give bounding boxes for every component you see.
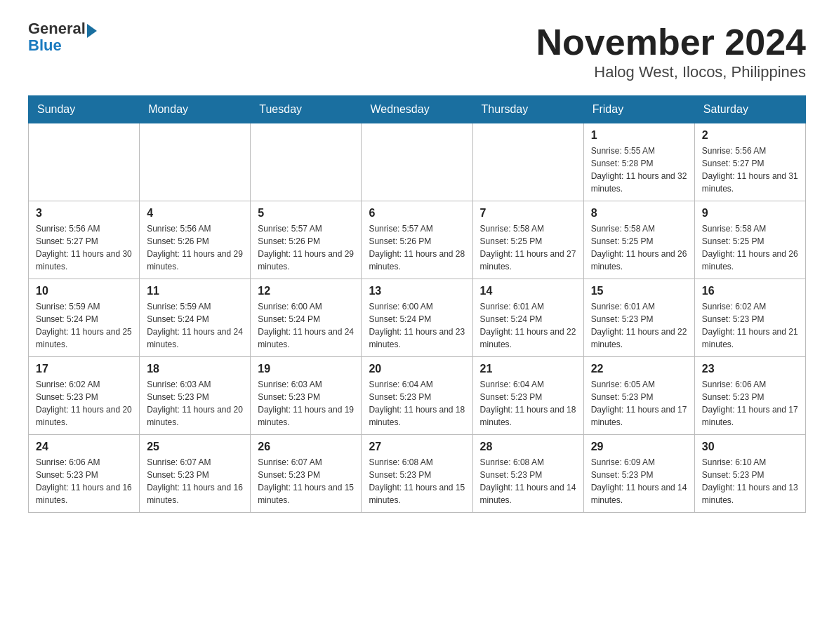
- calendar-cell: 8Sunrise: 5:58 AM Sunset: 5:25 PM Daylig…: [583, 201, 694, 279]
- day-info: Sunrise: 5:59 AM Sunset: 5:24 PM Dayligh…: [147, 300, 243, 351]
- day-number: 5: [258, 207, 354, 220]
- day-info: Sunrise: 6:01 AM Sunset: 5:23 PM Dayligh…: [591, 300, 687, 351]
- day-info: Sunrise: 5:57 AM Sunset: 5:26 PM Dayligh…: [369, 222, 465, 273]
- day-info: Sunrise: 6:03 AM Sunset: 5:23 PM Dayligh…: [258, 378, 354, 429]
- day-info: Sunrise: 6:07 AM Sunset: 5:23 PM Dayligh…: [258, 456, 354, 507]
- calendar-week-row: 1Sunrise: 5:55 AM Sunset: 5:28 PM Daylig…: [29, 123, 806, 201]
- calendar-header-row: SundayMondayTuesdayWednesdayThursdayFrid…: [29, 96, 806, 123]
- calendar-cell: 1Sunrise: 5:55 AM Sunset: 5:28 PM Daylig…: [583, 123, 694, 201]
- day-number: 11: [147, 285, 243, 297]
- logo-general-text: General: [28, 20, 86, 37]
- calendar-cell: 10Sunrise: 5:59 AM Sunset: 5:24 PM Dayli…: [29, 279, 140, 357]
- day-number: 22: [591, 363, 687, 375]
- day-info: Sunrise: 6:08 AM Sunset: 5:23 PM Dayligh…: [369, 456, 465, 507]
- calendar-table: SundayMondayTuesdayWednesdayThursdayFrid…: [28, 95, 806, 513]
- weekday-header-friday: Friday: [583, 96, 694, 123]
- calendar-cell: 20Sunrise: 6:04 AM Sunset: 5:23 PM Dayli…: [362, 357, 472, 435]
- calendar-cell: 26Sunrise: 6:07 AM Sunset: 5:23 PM Dayli…: [251, 435, 362, 513]
- calendar-cell: 6Sunrise: 5:57 AM Sunset: 5:26 PM Daylig…: [362, 201, 472, 279]
- calendar-cell: 30Sunrise: 6:10 AM Sunset: 5:23 PM Dayli…: [694, 435, 805, 513]
- calendar-cell: 22Sunrise: 6:05 AM Sunset: 5:23 PM Dayli…: [583, 357, 694, 435]
- calendar-cell: 14Sunrise: 6:01 AM Sunset: 5:24 PM Dayli…: [472, 279, 583, 357]
- calendar-cell: 27Sunrise: 6:08 AM Sunset: 5:23 PM Dayli…: [362, 435, 472, 513]
- day-number: 7: [480, 207, 576, 220]
- day-number: 1: [591, 129, 687, 142]
- day-number: 9: [702, 207, 798, 220]
- day-info: Sunrise: 6:00 AM Sunset: 5:24 PM Dayligh…: [258, 300, 354, 351]
- day-number: 16: [702, 285, 798, 297]
- weekday-header-wednesday: Wednesday: [362, 96, 472, 123]
- day-number: 12: [258, 285, 354, 297]
- calendar-cell: 13Sunrise: 6:00 AM Sunset: 5:24 PM Dayli…: [362, 279, 472, 357]
- day-info: Sunrise: 6:06 AM Sunset: 5:23 PM Dayligh…: [36, 456, 132, 507]
- logo-blue-text: Blue: [28, 36, 62, 54]
- day-info: Sunrise: 5:56 AM Sunset: 5:27 PM Dayligh…: [702, 145, 798, 195]
- day-number: 19: [258, 363, 354, 375]
- day-number: 24: [36, 441, 132, 453]
- weekday-header-sunday: Sunday: [29, 96, 140, 123]
- day-number: 6: [369, 207, 465, 220]
- day-info: Sunrise: 6:02 AM Sunset: 5:23 PM Dayligh…: [36, 378, 132, 429]
- calendar-cell: 12Sunrise: 6:00 AM Sunset: 5:24 PM Dayli…: [251, 279, 362, 357]
- calendar-cell: 5Sunrise: 5:57 AM Sunset: 5:26 PM Daylig…: [251, 201, 362, 279]
- calendar-cell: 28Sunrise: 6:08 AM Sunset: 5:23 PM Dayli…: [472, 435, 583, 513]
- calendar-cell: 15Sunrise: 6:01 AM Sunset: 5:23 PM Dayli…: [583, 279, 694, 357]
- calendar-cell: 16Sunrise: 6:02 AM Sunset: 5:23 PM Dayli…: [694, 279, 805, 357]
- calendar-week-row: 10Sunrise: 5:59 AM Sunset: 5:24 PM Dayli…: [29, 279, 806, 357]
- day-info: Sunrise: 6:08 AM Sunset: 5:23 PM Dayligh…: [480, 456, 576, 507]
- logo: General Blue: [28, 21, 97, 53]
- day-number: 18: [147, 363, 243, 375]
- day-info: Sunrise: 5:55 AM Sunset: 5:28 PM Dayligh…: [591, 145, 687, 195]
- day-number: 10: [36, 285, 132, 297]
- day-number: 25: [147, 441, 243, 453]
- day-info: Sunrise: 5:59 AM Sunset: 5:24 PM Dayligh…: [36, 300, 132, 351]
- weekday-header-saturday: Saturday: [694, 96, 805, 123]
- day-info: Sunrise: 6:01 AM Sunset: 5:24 PM Dayligh…: [480, 300, 576, 351]
- calendar-cell: 11Sunrise: 5:59 AM Sunset: 5:24 PM Dayli…: [140, 279, 251, 357]
- calendar-cell: 9Sunrise: 5:58 AM Sunset: 5:25 PM Daylig…: [694, 201, 805, 279]
- page-title: November 2024: [536, 21, 806, 63]
- day-number: 2: [702, 129, 798, 142]
- day-info: Sunrise: 5:58 AM Sunset: 5:25 PM Dayligh…: [702, 222, 798, 273]
- weekday-header-tuesday: Tuesday: [251, 96, 362, 123]
- title-block: November 2024 Halog West, Ilocos, Philip…: [536, 21, 806, 81]
- calendar-cell: 3Sunrise: 5:56 AM Sunset: 5:27 PM Daylig…: [29, 201, 140, 279]
- day-number: 27: [369, 441, 465, 453]
- calendar-cell: [140, 123, 251, 201]
- day-number: 3: [36, 207, 132, 220]
- calendar-cell: 17Sunrise: 6:02 AM Sunset: 5:23 PM Dayli…: [29, 357, 140, 435]
- day-number: 29: [591, 441, 687, 453]
- day-info: Sunrise: 5:58 AM Sunset: 5:25 PM Dayligh…: [591, 222, 687, 273]
- day-info: Sunrise: 5:58 AM Sunset: 5:25 PM Dayligh…: [480, 222, 576, 273]
- day-info: Sunrise: 6:02 AM Sunset: 5:23 PM Dayligh…: [702, 300, 798, 351]
- logo-arrow-icon: [87, 24, 97, 38]
- calendar-cell: 2Sunrise: 5:56 AM Sunset: 5:27 PM Daylig…: [694, 123, 805, 201]
- day-info: Sunrise: 6:05 AM Sunset: 5:23 PM Dayligh…: [591, 378, 687, 429]
- day-info: Sunrise: 6:04 AM Sunset: 5:23 PM Dayligh…: [369, 378, 465, 429]
- day-number: 21: [480, 363, 576, 375]
- day-number: 23: [702, 363, 798, 375]
- day-number: 4: [147, 207, 243, 220]
- page-header: General Blue November 2024 Halog West, I…: [28, 21, 806, 81]
- calendar-cell: 25Sunrise: 6:07 AM Sunset: 5:23 PM Dayli…: [140, 435, 251, 513]
- calendar-cell: 4Sunrise: 5:56 AM Sunset: 5:26 PM Daylig…: [140, 201, 251, 279]
- calendar-week-row: 24Sunrise: 6:06 AM Sunset: 5:23 PM Dayli…: [29, 435, 806, 513]
- calendar-cell: 23Sunrise: 6:06 AM Sunset: 5:23 PM Dayli…: [694, 357, 805, 435]
- day-info: Sunrise: 5:57 AM Sunset: 5:26 PM Dayligh…: [258, 222, 354, 273]
- page-subtitle: Halog West, Ilocos, Philippines: [536, 63, 806, 81]
- calendar-cell: [362, 123, 472, 201]
- calendar-cell: 29Sunrise: 6:09 AM Sunset: 5:23 PM Dayli…: [583, 435, 694, 513]
- calendar-cell: 24Sunrise: 6:06 AM Sunset: 5:23 PM Dayli…: [29, 435, 140, 513]
- calendar-cell: 18Sunrise: 6:03 AM Sunset: 5:23 PM Dayli…: [140, 357, 251, 435]
- weekday-header-monday: Monday: [140, 96, 251, 123]
- calendar-cell: [29, 123, 140, 201]
- logo-top-line: General: [28, 21, 97, 38]
- day-number: 15: [591, 285, 687, 297]
- day-number: 8: [591, 207, 687, 220]
- day-info: Sunrise: 5:56 AM Sunset: 5:27 PM Dayligh…: [36, 222, 132, 273]
- day-info: Sunrise: 6:09 AM Sunset: 5:23 PM Dayligh…: [591, 456, 687, 507]
- day-info: Sunrise: 6:10 AM Sunset: 5:23 PM Dayligh…: [702, 456, 798, 507]
- calendar-cell: 7Sunrise: 5:58 AM Sunset: 5:25 PM Daylig…: [472, 201, 583, 279]
- day-number: 28: [480, 441, 576, 453]
- calendar-cell: [251, 123, 362, 201]
